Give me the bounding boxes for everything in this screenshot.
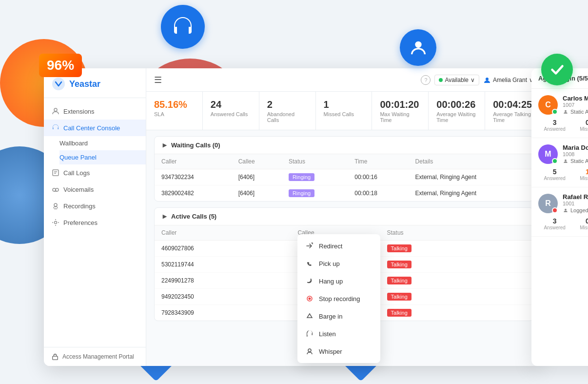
svg-point-9 [54, 203, 57, 206]
stat-abandoned-label: Abandoned Calls [267, 111, 308, 123]
menu-item-barge-in[interactable]: Barge in [297, 307, 380, 325]
sidebar-item-extensions[interactable]: Extensions [44, 103, 146, 120]
active-calls-title: Active Calls (5) [171, 213, 216, 220]
agent-stat-missed: 1 Missed [571, 168, 588, 181]
call-center-label: Call Center Console [63, 124, 120, 132]
col-callee: Callee [232, 154, 282, 169]
stat-answered-value: 24 [211, 99, 251, 110]
agent-top: C Carlos Mendez 1007 Static Agents [538, 95, 588, 115]
agent-stats: 3 Answered 0 Missed 24:19 Total Talks [538, 119, 588, 132]
agent-status-indicator [552, 109, 558, 115]
access-management-portal[interactable]: Access Management Portal [44, 347, 146, 366]
stat-avg-wait-label: Average Waiting Time [436, 111, 477, 123]
answered-value: 5 [538, 168, 571, 176]
agent-card: M Maria Douglas 1008 Static Agents [531, 138, 588, 187]
stop-recording-label: Stop recording [319, 295, 360, 303]
stat-avg-talk-label: Average Talking Time [493, 111, 533, 123]
col-status-2: Status [380, 225, 493, 241]
stat-avg-wait: 00:00:26 Average Waiting Time [429, 92, 485, 130]
user-menu[interactable]: Amelia Grant ∨ [483, 76, 533, 84]
agent-stat-answered: 5 Answered [538, 168, 571, 181]
svg-point-17 [308, 349, 311, 352]
agent-stat-missed: 0 Missed [571, 119, 588, 132]
agent-panel: Agent Login (5/5) C Carlos Mendez 1007 [531, 68, 588, 366]
agent-name: Rafael Reid [563, 193, 588, 201]
missed-label: Missed [571, 176, 588, 181]
stat-abandoned: 2 Abandoned Calls [259, 92, 316, 130]
listen-icon [305, 329, 314, 338]
agent-stat-answered: 3 Answered [538, 119, 571, 132]
svg-point-6 [53, 188, 56, 191]
agent-list: C Carlos Mendez 1007 Static Agents [531, 89, 588, 237]
cell-caller: 9347302234 [155, 169, 232, 185]
stat-max-wait: 00:01:20 Max Waiting Time [372, 92, 429, 130]
cell-caller: 4609027806 [155, 241, 291, 257]
hamburger-menu-button[interactable]: ☰ [154, 75, 162, 85]
sidebar-item-wallboard[interactable]: Wallboard [59, 136, 146, 150]
svg-point-20 [565, 110, 567, 112]
agent-status-indicator [552, 207, 558, 213]
whisper-icon [305, 347, 314, 356]
menu-item-listen[interactable]: Listen [297, 325, 380, 343]
menu-item-hangup[interactable]: Hang up [297, 272, 380, 290]
cell-callee: [6406] [232, 185, 282, 202]
agent-ext: 1007 [563, 102, 588, 108]
barge-in-label: Barge in [319, 313, 342, 320]
menu-item-pickup[interactable]: Pick up [297, 255, 380, 272]
cell-details: External, Ringing Agent [409, 169, 533, 185]
cell-caller: 2249901278 [155, 273, 291, 289]
answered-value: 3 [538, 119, 571, 126]
menu-item-redirect[interactable]: Redirect [297, 237, 380, 255]
sidebar-item-voicemails[interactable]: Voicemails [44, 181, 146, 198]
redirect-label: Redirect [319, 243, 342, 250]
hangup-label: Hang up [319, 278, 343, 285]
agent-type: Static Agents [563, 109, 588, 115]
status-label: Available [445, 77, 468, 83]
agent-stats: 5 Answered 1 Missed 26:30 Total Talks [538, 168, 588, 181]
col-details: Details [409, 154, 533, 169]
col-empty [492, 225, 533, 241]
hangup-icon [305, 277, 314, 285]
sidebar-item-call-center[interactable]: Call Center Console [44, 120, 146, 136]
table-row[interactable]: 9347302234 [6406] Ringing 00:00:16 Exter… [155, 169, 533, 185]
redirect-icon [305, 242, 314, 250]
agent-card: C Carlos Mendez 1007 Static Agents [531, 89, 588, 138]
missed-value: 0 [571, 119, 588, 126]
sidebar-item-queue-panel[interactable]: Queue Panel [59, 150, 146, 164]
logo-text: Yeastar [69, 79, 100, 89]
sidebar-item-call-logs[interactable]: Call Logs [44, 164, 146, 181]
answered-value: 3 [538, 217, 571, 225]
agent-info: Rafael Reid 1001 Logged in 08/31/2020 [563, 193, 588, 213]
cell-status: Talking [380, 241, 493, 257]
stat-missed: 1 Missed Calls [316, 92, 372, 130]
sidebar-nav: Extensions Call Center Console Wallboard… [44, 98, 146, 347]
cell-status: Talking [380, 273, 493, 289]
agent-type: Static Agents [563, 158, 588, 164]
svg-point-14 [486, 78, 489, 81]
missed-value: 0 [571, 217, 588, 225]
table-row[interactable]: 3829002482 [6406] Ringing 00:00:18 Exter… [155, 185, 533, 202]
menu-item-stop-recording[interactable]: Stop recording [297, 290, 380, 307]
stat-abandoned-value: 2 [267, 99, 308, 110]
app-window: Yeastar Extensions Call Center Console [44, 68, 541, 366]
stats-row: 85.16% SLA 24 Answered Calls 2 Abandoned… [146, 92, 541, 130]
agent-avatar: C [538, 95, 558, 115]
sidebar-item-recordings[interactable]: Recordings [44, 198, 146, 214]
cell-time: 00:00:16 [348, 169, 408, 185]
active-calls-header: Active Calls (5) [155, 208, 533, 225]
waiting-calls-body: 9347302234 [6406] Ringing 00:00:16 Exter… [155, 169, 533, 202]
waiting-calls-title: Waiting Calls (0) [171, 141, 220, 149]
wallboard-label: Wallboard [59, 140, 88, 147]
voicemails-label: Voicemails [63, 186, 94, 193]
missed-label: Missed [571, 126, 588, 132]
agent-top: M Maria Douglas 1008 Static Agents [538, 144, 588, 164]
menu-item-whisper[interactable]: Whisper [297, 343, 380, 360]
stat-sla-value: 85.16% [154, 99, 195, 110]
help-button[interactable]: ? [421, 75, 431, 85]
sidebar-item-preferences[interactable]: Preferences [44, 214, 146, 231]
svg-point-2 [54, 108, 57, 111]
col-caller: Caller [155, 154, 232, 169]
status-selector[interactable]: Available ∨ [434, 75, 479, 85]
agent-stats: 3 Answered 0 Missed 14:54 Total Talks [538, 217, 588, 230]
agent-avatar: R [538, 194, 558, 213]
